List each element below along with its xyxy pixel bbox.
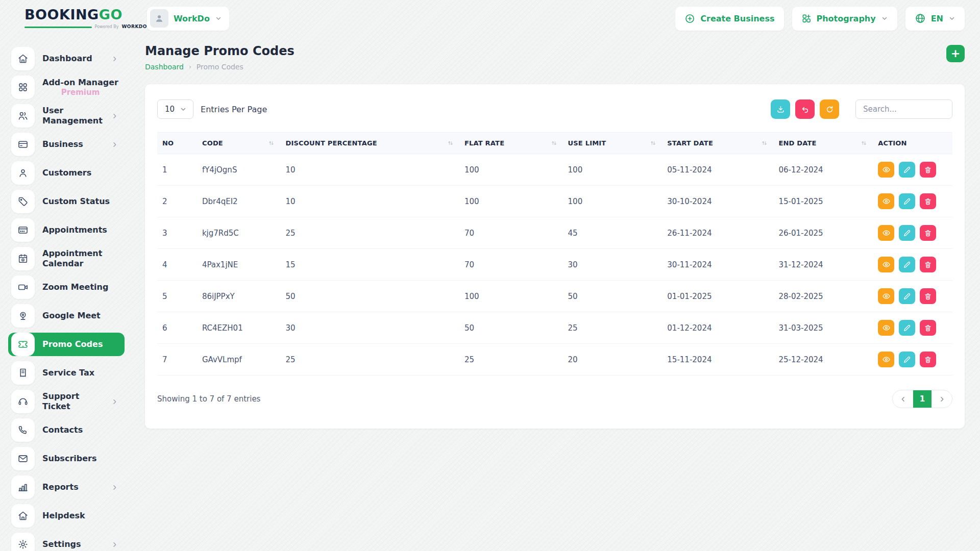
export-button[interactable]: [771, 99, 790, 119]
pencil-icon: [903, 197, 911, 206]
sidebar-item-zoom-meeting[interactable]: Zoom Meeting: [8, 276, 125, 299]
business-type-label: Photography: [817, 14, 876, 23]
edit-button[interactable]: [899, 257, 915, 272]
business-type-selector[interactable]: Photography: [792, 7, 897, 31]
sidebar-item-support-ticket[interactable]: Support Ticket: [8, 390, 125, 413]
sort-icon[interactable]: [649, 139, 657, 147]
eye-icon: [882, 355, 891, 364]
entries-per-page-select[interactable]: 10: [157, 99, 193, 119]
create-business-button[interactable]: Create Business: [675, 7, 783, 31]
cell-flat-rate: 100: [459, 154, 563, 186]
sidebar-item-dashboard[interactable]: Dashboard: [8, 47, 125, 70]
sidebar-item-label: Helpdesk: [42, 511, 85, 521]
breadcrumb-dashboard-link[interactable]: Dashboard: [145, 63, 184, 71]
delete-button[interactable]: [920, 257, 936, 272]
cell-no: 5: [157, 281, 197, 312]
view-button[interactable]: [878, 193, 894, 209]
pagination-next-button[interactable]: [932, 390, 952, 408]
table-row: 586iJPPxY501005001-01-202528-02-2025: [157, 281, 952, 312]
cell-start-date: 05-11-2024: [662, 154, 773, 186]
sidebar-item-user-management[interactable]: User Management: [8, 104, 125, 128]
column-header-end-date[interactable]: END DATE: [773, 133, 873, 154]
edit-button[interactable]: [899, 225, 915, 241]
sidebar-item-label: Settings: [42, 539, 81, 549]
chevron-down-icon: [948, 15, 955, 22]
sort-icon[interactable]: [447, 139, 454, 147]
view-button[interactable]: [878, 288, 894, 304]
column-header-start-date[interactable]: START DATE: [662, 133, 773, 154]
sort-icon[interactable]: [550, 139, 558, 147]
sidebar-item-business[interactable]: Business: [8, 133, 125, 156]
edit-button[interactable]: [899, 162, 915, 178]
entries-per-page-value: 10: [165, 105, 175, 114]
sidebar-item-custom-status[interactable]: Custom Status: [8, 190, 125, 213]
eye-icon: [882, 197, 891, 206]
promo-codes-card: 10 Entries Per Page: [145, 84, 965, 429]
sidebar-item-appointments[interactable]: Appointments: [8, 218, 125, 242]
column-header-label: FLAT RATE: [464, 139, 504, 147]
sort-icon[interactable]: [860, 139, 868, 147]
column-header-discount-percentage[interactable]: DISCOUNT PERCENTAGE: [280, 133, 459, 154]
cell-code: kjg7Rd5C: [197, 217, 281, 249]
sidebar-item-customers[interactable]: Customers: [8, 161, 125, 185]
view-button[interactable]: [878, 320, 894, 336]
sidebar-item-contacts[interactable]: Contacts: [8, 418, 125, 442]
sidebar-item-label: Reports: [42, 482, 79, 492]
search-input[interactable]: [855, 99, 952, 119]
sidebar-item-label: Service Tax: [42, 368, 94, 378]
edit-button[interactable]: [899, 193, 915, 209]
chart-icon: [11, 475, 35, 499]
sidebar-item-add-on-manager[interactable]: Add-on ManagerPremium: [8, 76, 125, 99]
view-button[interactable]: [878, 352, 894, 367]
pagination-current-page[interactable]: 1: [913, 390, 932, 408]
column-header-flat-rate[interactable]: FLAT RATE: [459, 133, 563, 154]
sidebar-item-promo-codes[interactable]: Promo Codes: [8, 333, 125, 356]
column-header-use-limit[interactable]: USE LIMIT: [563, 133, 663, 154]
edit-button[interactable]: [899, 352, 915, 367]
delete-button[interactable]: [920, 288, 936, 304]
delete-button[interactable]: [920, 352, 936, 367]
cell-actions: [873, 186, 952, 217]
reset-button[interactable]: [795, 99, 815, 119]
language-selector[interactable]: EN: [905, 7, 965, 31]
column-header-label: NO: [162, 139, 174, 147]
sidebar-item-google-meet[interactable]: Google Meet: [8, 304, 125, 328]
cell-discount: 15: [280, 249, 459, 281]
sidebar-item-reports[interactable]: Reports: [8, 475, 125, 499]
view-button[interactable]: [878, 162, 894, 178]
sidebar-item-subscribers[interactable]: Subscribers: [8, 447, 125, 470]
delete-button[interactable]: [920, 162, 936, 178]
sort-icon[interactable]: [267, 139, 275, 147]
page-title: Manage Promo Codes: [145, 44, 295, 58]
edit-button[interactable]: [899, 288, 915, 304]
sort-icon[interactable]: [761, 139, 768, 147]
sidebar-item-label: Customers: [42, 168, 91, 178]
sidebar-item-service-tax[interactable]: Service Tax: [8, 361, 125, 385]
chevron-right-icon: [111, 141, 118, 148]
delete-button[interactable]: [920, 225, 936, 241]
pagination-prev-button[interactable]: [893, 390, 913, 408]
cell-use-limit: 25: [563, 312, 663, 344]
refresh-button[interactable]: [820, 99, 839, 119]
promo-codes-table: NOCODEDISCOUNT PERCENTAGEFLAT RATEUSE LI…: [157, 132, 952, 375]
sidebar-item-appointment-calendar[interactable]: Appointment Calendar: [8, 247, 125, 270]
add-promo-code-button[interactable]: +: [946, 45, 965, 62]
delete-button[interactable]: [920, 193, 936, 209]
column-header-code[interactable]: CODE: [197, 133, 281, 154]
view-button[interactable]: [878, 257, 894, 272]
workspace-selector[interactable]: WorkDo: [147, 7, 229, 31]
tag-icon: [11, 190, 35, 213]
cell-flat-rate: 25: [459, 344, 563, 375]
column-header-label: DISCOUNT PERCENTAGE: [285, 139, 377, 147]
view-button[interactable]: [878, 225, 894, 241]
table-row: 6RC4EZH0130502501-12-202431-03-2025: [157, 312, 952, 344]
cell-start-date: 01-12-2024: [662, 312, 773, 344]
logo-text-primary: BOOKING: [24, 7, 99, 22]
delete-button[interactable]: [920, 320, 936, 336]
cell-no: 1: [157, 154, 197, 186]
calendar-icon: [11, 247, 35, 270]
edit-button[interactable]: [899, 320, 915, 336]
sidebar-item-helpdesk[interactable]: Helpdesk: [8, 504, 125, 528]
cell-code: RC4EZH01: [197, 312, 281, 344]
sidebar-item-settings[interactable]: Settings: [8, 533, 125, 551]
